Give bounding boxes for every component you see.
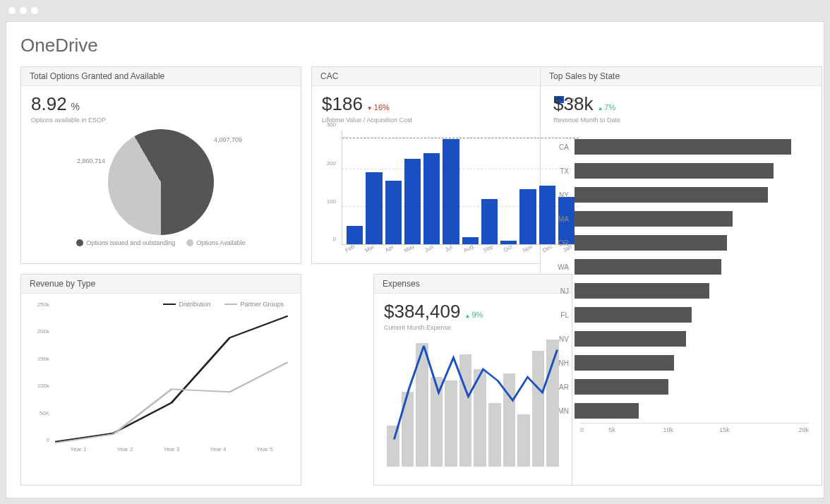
combo-chart	[384, 340, 562, 467]
metric-value: 8.92	[31, 93, 67, 115]
pie-chart: 4,097,709 2,860,714	[108, 129, 214, 235]
state-label: WA	[553, 263, 575, 271]
metric-subtitle: Options available in ESOP	[31, 116, 291, 124]
pie-slice-label: 2,860,714	[77, 157, 105, 164]
metric-value: $384,409	[384, 301, 460, 323]
pie-legend: Options issued and outstanding Options A…	[31, 239, 291, 246]
hbar-row: NY	[553, 183, 809, 207]
card-expenses: Expenses $384,409 9% Current Month Expen…	[373, 274, 572, 486]
state-label: CA	[553, 143, 575, 151]
hbar	[575, 355, 674, 371]
hbar-row: WA	[553, 255, 809, 279]
line-chart: 0 50K 100k 150k 200k 250k Year 1Year 2Ye…	[31, 311, 291, 459]
hbar	[575, 235, 727, 251]
hbar	[575, 139, 791, 155]
bar	[481, 199, 498, 244]
hbar-row: NV	[553, 327, 809, 351]
hbar-chart: CATXNYMAORWANJFLNVNHARMN	[553, 135, 809, 423]
browser-chrome	[0, 0, 830, 21]
line-legend: Distribution Partner Groups	[31, 301, 291, 308]
card-options: Total Options Granted and Available 8.92…	[20, 66, 301, 264]
hbar	[575, 379, 668, 395]
hbar-axis: 0 5k 10k 15k 20k	[580, 423, 809, 433]
card-title: Revenue by Type	[21, 275, 301, 294]
hbar	[575, 259, 721, 275]
state-label: NY	[553, 191, 575, 199]
line-svg	[55, 311, 288, 446]
metric-value: $186	[322, 93, 363, 115]
bar	[443, 139, 459, 244]
bar	[519, 189, 536, 244]
hbar	[575, 283, 709, 299]
card-title: Top Sales by State	[541, 67, 822, 86]
bar	[423, 153, 440, 244]
page-title: OneDrive	[20, 35, 810, 56]
metric-subtitle: Current Month Expense	[384, 324, 562, 331]
metric-delta: 16%	[367, 103, 390, 112]
metric-unit: %	[71, 101, 80, 112]
metric-delta: 9%	[464, 311, 483, 319]
hbar-row: TX	[553, 159, 809, 183]
window-dot	[31, 7, 38, 14]
state-label: TX	[553, 167, 575, 175]
metric-subtitle: Revenue Month to Date	[553, 116, 809, 124]
metric-value: $38k	[553, 93, 593, 115]
card-top-sales: Top Sales by State $38k 7% Revenue Month…	[540, 66, 822, 486]
hbar	[575, 163, 774, 179]
hbar-row: OR	[553, 231, 809, 255]
hbar-row: NH	[553, 351, 809, 375]
window-dot	[20, 7, 27, 14]
hbar-row: MN	[553, 399, 809, 423]
pie-slice-label: 4,097,709	[214, 136, 242, 143]
hbar	[575, 331, 686, 347]
hbar-row: FL	[553, 303, 809, 327]
hbar-row: AR	[553, 375, 809, 399]
combo-line	[387, 340, 565, 467]
bar	[366, 172, 382, 244]
metric-delta: 7%	[597, 103, 615, 112]
state-label: OR	[553, 239, 575, 247]
card-title: Total Options Granted and Available	[21, 67, 301, 86]
dashboard-grid: Total Options Granted and Available 8.92…	[20, 66, 810, 486]
state-label: MA	[553, 215, 575, 223]
app-frame: OneDrive Total Options Granted and Avail…	[6, 21, 824, 498]
hbar-row: NJ	[553, 279, 809, 303]
hbar	[575, 211, 733, 227]
hbar	[575, 307, 692, 323]
hbar-row: MA	[553, 207, 809, 231]
hbar	[575, 403, 639, 419]
window-dot	[8, 7, 16, 14]
hbar	[575, 187, 768, 203]
bar	[385, 181, 402, 244]
bar	[404, 159, 421, 244]
card-revenue: Revenue by Type Distribution Partner Gro…	[20, 274, 301, 486]
legend-label: Options Available	[196, 239, 245, 246]
legend-label: Options issued and outstanding	[86, 239, 175, 246]
hbar-row: CA	[553, 135, 809, 159]
